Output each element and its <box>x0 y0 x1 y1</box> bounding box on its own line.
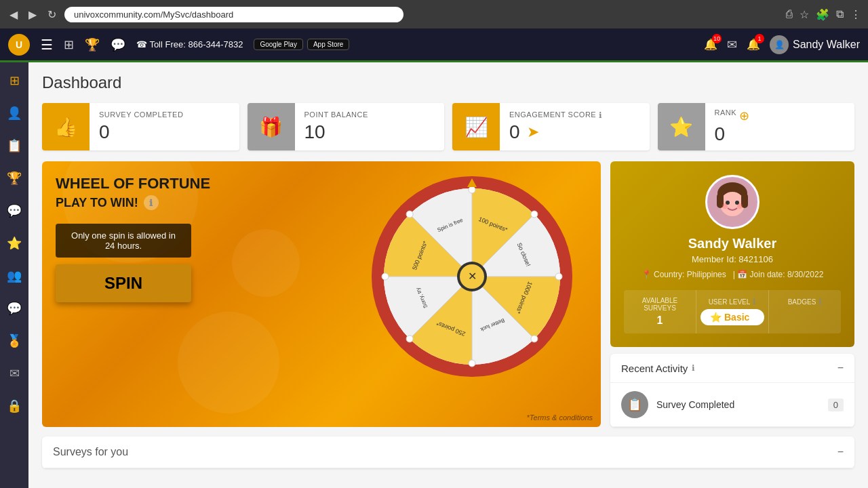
activity-collapse-button[interactable]: − <box>837 362 844 374</box>
hamburger-menu[interactable]: ☰ <box>41 37 53 53</box>
sidebar-toggle-icon[interactable]: ⧉ <box>836 8 844 21</box>
spin-button-area: Only one spin is allowed in 24 hours. SP… <box>56 224 587 302</box>
extensions-icon[interactable]: 🧩 <box>816 8 829 21</box>
trophy-icon[interactable]: 🏆 <box>85 37 100 52</box>
sidebar-item-profile[interactable]: 👤 <box>3 102 26 125</box>
activity-info-icon[interactable]: ℹ <box>692 363 695 373</box>
stat-engagement-text: ENGAGEMENT SCORE ℹ 0 ➤ <box>500 105 612 148</box>
sidebar-item-community[interactable]: 👥 <box>3 264 26 287</box>
wheel-of-fortune: WHEEL OF FORTUNE PLAY TO WIN! ℹ Only one… <box>42 161 601 427</box>
activity-item-icon: 📋 <box>621 391 648 418</box>
gift-icon: 🎁 <box>248 103 295 150</box>
wheel-subtitle: PLAY TO WIN! ℹ <box>56 195 587 210</box>
right-panel: Sandy Walker Member Id: 8421106 📍 Countr… <box>610 161 854 427</box>
stat-points-label: POINT BALANCE <box>304 110 368 119</box>
profile-member-id: Member Id: 8421106 <box>692 254 773 264</box>
svg-point-22 <box>406 336 413 342</box>
user-level-info-icon[interactable]: ℹ <box>753 297 756 306</box>
back-button[interactable]: ◀ <box>7 5 20 24</box>
mail-icon[interactable]: ✉ <box>727 37 737 52</box>
surveys-collapse-button[interactable]: − <box>837 446 844 458</box>
wheel-title: WHEEL OF FORTUNE <box>56 175 587 192</box>
stat-survey-value: 0 <box>99 121 183 143</box>
svg-point-21 <box>469 360 475 367</box>
alert-count: 1 <box>755 34 764 43</box>
browser-chrome: ◀ ▶ ↻ univoxcommunity.com/MySvc/dashboar… <box>0 0 868 28</box>
svg-point-32 <box>722 203 728 209</box>
svg-point-20 <box>531 336 538 342</box>
badges-label: BADGES ℹ <box>773 297 837 306</box>
available-surveys-label: AVAILABLE SURVEYS <box>628 297 692 312</box>
page-title: Dashboard <box>42 73 854 92</box>
stat-points-value: 10 <box>304 121 368 143</box>
app-store-badge[interactable]: App Store <box>307 39 349 50</box>
sidebar-item-security[interactable]: 🔒 <box>3 394 26 418</box>
user-name: Sandy Walker <box>793 39 860 51</box>
sidebar-item-forum[interactable]: 💬 <box>3 297 26 320</box>
thumbs-up-icon: 👍 <box>42 103 90 150</box>
sidebar-item-messages[interactable]: 💬 <box>3 199 26 222</box>
main-layout: ⊞ 👤 📋 🏆 💬 ⭐ 👥 💬 🏅 ✉ 🔒 Dashboard 👍 SURVEY… <box>0 62 868 488</box>
notifications-button[interactable]: 🔔 10 <box>704 38 717 51</box>
stat-point-balance: 🎁 POINT BALANCE 10 <box>248 103 445 150</box>
badges-info-icon[interactable]: ℹ <box>818 297 822 306</box>
bookmark-icon[interactable]: ☆ <box>800 8 809 21</box>
dashboard-icon[interactable]: ⊞ <box>64 37 74 52</box>
share-icon[interactable]: ⎙ <box>786 8 793 21</box>
sidebar-item-badges[interactable]: 🏅 <box>3 329 26 352</box>
profile-card: Sandy Walker Member Id: 8421106 📍 Countr… <box>610 161 854 347</box>
toll-free-number: ☎ Toll Free: 866-344-7832 <box>136 39 243 49</box>
chat-icon[interactable]: 💬 <box>111 37 125 52</box>
available-surveys-value: 1 <box>628 314 692 327</box>
store-badges: Google Play App Store <box>254 39 349 50</box>
surveys-title: Surveys for you <box>53 446 128 458</box>
profile-meta: 📍 Country: Philippines | 📅 Join date: 8/… <box>642 270 824 279</box>
header-right: 🔔 10 ✉ 🔔 1 👤 Sandy Walker <box>704 35 860 54</box>
address-bar[interactable]: univoxcommunity.com/MySvc/dashboard <box>64 7 403 22</box>
sidebar-item-mail[interactable]: ✉ <box>5 362 24 385</box>
chart-icon: 📈 <box>452 103 500 150</box>
stat-survey-text: SURVEY COMPLETED 0 <box>90 105 193 148</box>
bg-circle-2 <box>178 312 279 413</box>
spin-notice: Only one spin is allowed in 24 hours. <box>56 224 191 258</box>
activity-title: Recent Activity ℹ <box>621 363 695 374</box>
stat-engagement-value: 0 <box>509 121 520 143</box>
wheel-info-icon[interactable]: ℹ <box>144 195 159 210</box>
activity-item-text: Survey Completed <box>656 399 820 410</box>
notification-count: 10 <box>712 34 722 43</box>
stat-rank-label: RANK <box>715 108 737 117</box>
profile-stats-row: AVAILABLE SURVEYS 1 USER LEVEL ℹ ⭐ <box>624 290 841 333</box>
spin-button[interactable]: SPIN <box>56 264 191 302</box>
engagement-arrow-icon[interactable]: ➤ <box>527 123 539 141</box>
activity-card: Recent Activity ℹ − 📋 Survey Completed 0 <box>610 354 854 427</box>
bottom-row: WHEEL OF FORTUNE PLAY TO WIN! ℹ Only one… <box>42 161 854 427</box>
sidebar-item-rewards[interactable]: 🏆 <box>3 167 26 190</box>
sidebar-item-stars[interactable]: ⭐ <box>3 232 26 255</box>
stat-points-text: POINT BALANCE 10 <box>295 105 378 148</box>
svg-point-33 <box>737 203 743 209</box>
stats-row: 👍 SURVEY COMPLETED 0 🎁 POINT BALANCE 10 … <box>42 103 854 150</box>
activity-header: Recent Activity ℹ − <box>610 354 854 383</box>
more-icon[interactable]: ⋮ <box>850 8 861 21</box>
stat-survey-label: SURVEY COMPLETED <box>99 110 183 119</box>
google-play-badge[interactable]: Google Play <box>254 39 302 50</box>
badges-stat: BADGES ℹ <box>769 290 841 333</box>
user-level-badge: ⭐ Basic <box>701 309 764 325</box>
forward-button[interactable]: ▶ <box>26 5 39 24</box>
stat-engagement-label: ENGAGEMENT SCORE <box>509 110 596 119</box>
sidebar-item-surveys[interactable]: 📋 <box>3 134 26 157</box>
browser-toolbar: ⎙ ☆ 🧩 ⧉ ⋮ <box>786 8 861 21</box>
avatar: 👤 <box>770 35 789 54</box>
surveys-header: Surveys for you − <box>42 436 854 468</box>
engagement-info-icon[interactable]: ℹ <box>599 110 602 120</box>
stat-engagement: 📈 ENGAGEMENT SCORE ℹ 0 ➤ <box>452 103 650 150</box>
alerts-button[interactable]: 🔔 1 <box>747 38 760 51</box>
stat-rank-value: 0 <box>715 123 750 145</box>
rank-forward-icon[interactable]: ⊕ <box>739 108 749 123</box>
sidebar-item-dashboard[interactable]: ⊞ <box>5 69 24 92</box>
activity-item: 📋 Survey Completed 0 <box>610 383 854 427</box>
terms-text: *Terms & conditions <box>527 413 593 422</box>
reload-button[interactable]: ↻ <box>45 5 59 24</box>
content-area: Dashboard 👍 SURVEY COMPLETED 0 🎁 POINT B… <box>28 62 868 488</box>
user-menu[interactable]: 👤 Sandy Walker <box>770 35 860 54</box>
